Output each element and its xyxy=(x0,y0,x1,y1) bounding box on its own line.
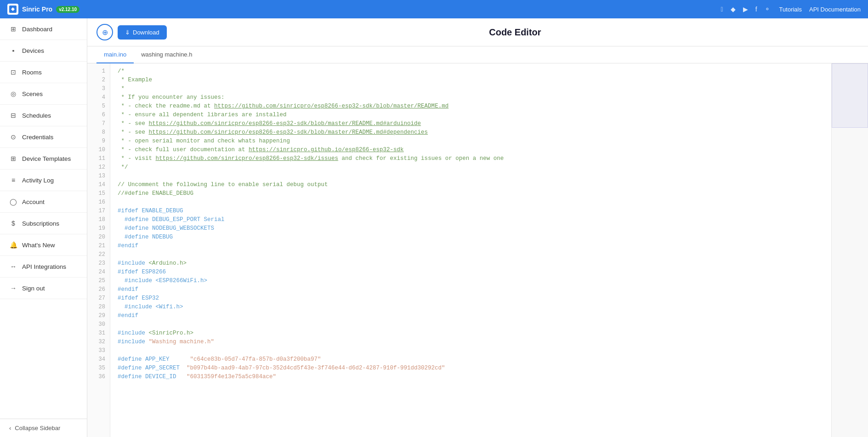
line-num-27: 27 xyxy=(87,294,110,303)
content-area: ⊕ ⇓ Download Code Editor main.ino washin… xyxy=(87,18,868,437)
code-line-32: #include "Washing machine.h" xyxy=(118,338,824,346)
sidebar-label-api-integrations: API Integrations xyxy=(22,263,66,270)
sidebar-label-devices: Devices xyxy=(22,47,44,54)
sidebar-item-sign-out[interactable]: → Sign out xyxy=(0,278,87,299)
tutorials-link[interactable]: Tutorials xyxy=(779,6,802,13)
code-line-3: * xyxy=(118,85,824,93)
code-line-31: #include <SinricPro.h> xyxy=(118,329,824,338)
line-num-2: 2 xyxy=(87,76,110,85)
logo-icon xyxy=(7,4,18,15)
sidebar-item-rooms[interactable]: ⊡ Rooms xyxy=(0,62,87,83)
line-num-25: 25 xyxy=(87,277,110,285)
code-line-24: #ifdef ESP8266 xyxy=(118,268,824,277)
code-line-20: #define NDEBUG xyxy=(118,233,824,242)
collapse-sidebar-button[interactable]: ‹ Collapse Sidebar xyxy=(0,419,87,437)
sidebar-item-activity-log[interactable]: ≡ Activity Log xyxy=(0,170,87,191)
code-line-2: * Example xyxy=(118,76,824,85)
sidebar-item-account[interactable]: ◯ Account xyxy=(0,191,87,213)
sidebar-label-account: Account xyxy=(22,199,45,205)
sidebar-item-devices[interactable]: ▪ Devices xyxy=(0,40,87,62)
schedules-icon: ⊟ xyxy=(9,111,17,119)
line-num-31: 31 xyxy=(87,329,110,338)
line-num-11: 11 xyxy=(87,154,110,163)
sidebar-item-dashboard[interactable]: ⊞ Dashboard xyxy=(0,18,87,40)
credentials-icon: ⊙ xyxy=(9,133,17,141)
line-num-23: 23 xyxy=(87,259,110,268)
sidebar-item-subscriptions[interactable]: $ Subscriptions xyxy=(0,213,87,234)
line-num-33: 33 xyxy=(87,346,110,355)
line-num-17: 17 xyxy=(87,207,110,216)
download-icon: ⇓ xyxy=(125,29,130,36)
sidebar-label-sign-out: Sign out xyxy=(22,285,45,292)
minimap-thumb xyxy=(832,63,868,128)
code-line-25: #include <ESP8266WiFi.h> xyxy=(118,277,824,285)
plugin-icon[interactable]: ◆ xyxy=(731,6,736,13)
sidebar-label-whats-new: What's New xyxy=(22,242,55,249)
code-line-21: #endif xyxy=(118,242,824,250)
sidebar-label-subscriptions: Subscriptions xyxy=(22,220,59,227)
line-num-22: 22 xyxy=(87,250,110,259)
sidebar-label-device-templates: Device Templates xyxy=(22,155,71,162)
code-line-1: /* xyxy=(118,67,824,76)
download-label: Download xyxy=(133,29,159,36)
sidebar-label-schedules: Schedules xyxy=(22,112,51,119)
code-line-11: * - visit https://github.com/sinricpro/e… xyxy=(118,154,824,163)
add-button[interactable]: ⊕ xyxy=(96,24,113,40)
code-line-10: * - check full user documentation at htt… xyxy=(118,146,824,154)
logo[interactable]: Sinric Pro v2.12.10 xyxy=(7,4,79,15)
code-content[interactable]: /* * Example * * If you encounter any is… xyxy=(110,63,831,437)
code-line-9: * - open serial monitor and check whats … xyxy=(118,137,824,146)
code-line-12: */ xyxy=(118,163,824,172)
sidebar-item-scenes[interactable]: ◎ Scenes xyxy=(0,83,87,105)
sidebar-item-api-integrations[interactable]: ↔ API Integrations xyxy=(0,256,87,278)
code-line-5: * - check the readme.md at https://githu… xyxy=(118,102,824,111)
code-editor[interactable]: 1234567891011121314151617181920212223242… xyxy=(87,63,868,437)
line-num-26: 26 xyxy=(87,285,110,294)
sidebar-item-credentials[interactable]: ⊙ Credentials xyxy=(0,126,87,148)
line-num-30: 30 xyxy=(87,320,110,329)
tab-main-ino[interactable]: main.ino xyxy=(96,46,134,63)
scenes-icon: ◎ xyxy=(9,90,17,98)
line-num-32: 32 xyxy=(87,338,110,346)
logo-text: Sinric Pro xyxy=(22,6,52,13)
sidebar-item-schedules[interactable]: ⊟ Schedules xyxy=(0,105,87,126)
minimap xyxy=(831,63,868,437)
line-num-14: 14 xyxy=(87,181,110,189)
sidebar-label-rooms: Rooms xyxy=(22,69,42,76)
code-line-35: #define APP_SECRET "b097b44b-aad9-4ab7-9… xyxy=(118,364,824,373)
code-line-14: // Uncomment the following line to enabl… xyxy=(118,181,824,189)
tab-washing-machine-h[interactable]: washing machine.h xyxy=(134,46,199,63)
topnav-links: Tutorials API Documentation xyxy=(779,6,861,13)
sidebar-label-dashboard: Dashboard xyxy=(22,26,52,33)
version-badge: v2.12.10 xyxy=(56,6,79,13)
code-line-29: #endif xyxy=(118,312,824,320)
facebook-icon[interactable]: f xyxy=(755,6,757,13)
api-docs-link[interactable]: API Documentation xyxy=(809,6,861,13)
api-integrations-icon: ↔ xyxy=(9,262,17,271)
collapse-icon: ‹ xyxy=(9,425,11,431)
youtube-icon[interactable]: ▶ xyxy=(743,6,748,13)
subscriptions-icon: $ xyxy=(9,219,17,227)
code-line-18: #define DEBUG_ESP_PORT Serial xyxy=(118,216,824,224)
sidebar-label-credentials: Credentials xyxy=(22,134,53,141)
sidebar: ⊞ Dashboard ▪ Devices ⊡ Rooms ◎ Scenes ⊟… xyxy=(0,18,87,437)
code-line-15: //#define ENABLE_DEBUG xyxy=(118,189,824,198)
line-num-24: 24 xyxy=(87,268,110,277)
device-templates-icon: ⊞ xyxy=(9,154,17,163)
line-num-13: 13 xyxy=(87,172,110,181)
account-icon: ◯ xyxy=(9,198,17,206)
github-icon[interactable]: ⚬ xyxy=(765,6,770,13)
line-num-15: 15 xyxy=(87,189,110,198)
dashboard-icon: ⊞ xyxy=(9,25,17,33)
code-line-6: * - ensure all dependent libraries are i… xyxy=(118,111,824,119)
apple-icon[interactable]:  xyxy=(721,6,723,13)
line-num-12: 12 xyxy=(87,163,110,172)
download-button[interactable]: ⇓ Download xyxy=(118,25,167,40)
code-line-4: * If you encounter any issues: xyxy=(118,93,824,102)
line-num-5: 5 xyxy=(87,102,110,111)
sidebar-item-whats-new[interactable]: 🔔 What's New xyxy=(0,234,87,256)
code-line-17: #ifdef ENABLE_DEBUG xyxy=(118,207,824,216)
line-num-20: 20 xyxy=(87,233,110,242)
sidebar-item-device-templates[interactable]: ⊞ Device Templates xyxy=(0,148,87,170)
line-num-7: 7 xyxy=(87,119,110,128)
